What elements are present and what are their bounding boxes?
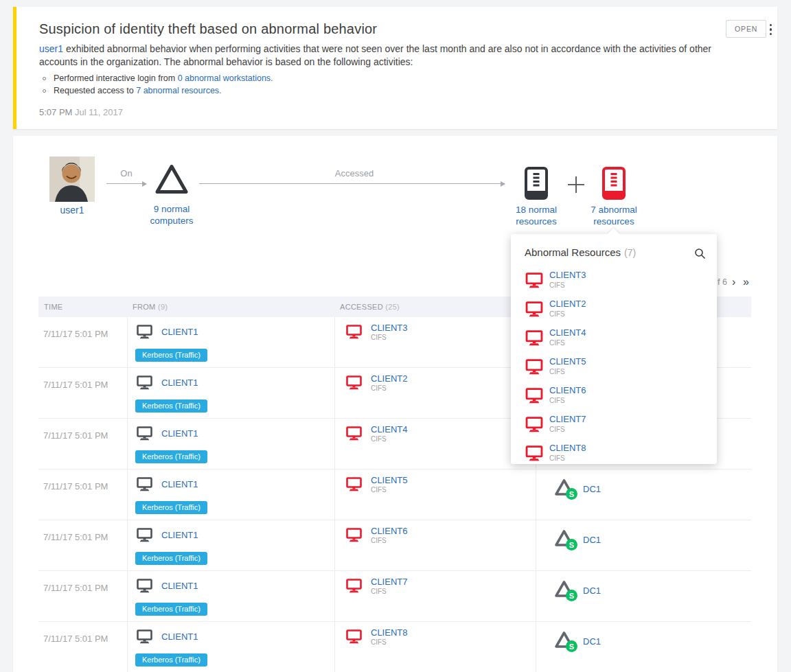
next-page-icon[interactable]: › xyxy=(732,277,735,287)
from-cell: CLIENT1 Kerberos (Traffic) xyxy=(127,520,334,570)
accessed-resource-link[interactable]: CLIENT2 xyxy=(371,373,407,384)
page-title: Suspicion of identity theft based on abn… xyxy=(39,21,377,37)
resource-type: CIFS xyxy=(549,454,565,462)
workstation-icon xyxy=(137,375,152,390)
accessed-cell: CLIENT5 CIFS xyxy=(334,470,536,520)
activity-item: Requested access to 7 abnormal resources… xyxy=(43,84,273,97)
table-row: 7/11/17 5:01 PM CLIENT1 Kerberos (Traffi… xyxy=(38,470,751,520)
accessed-resource-link[interactable]: CLIENT7 xyxy=(371,577,407,587)
from-computer-link[interactable]: CLIENT1 xyxy=(161,632,198,642)
svg-text:S: S xyxy=(569,642,574,651)
resource-type: CIFS xyxy=(549,310,565,318)
computers-triangle-icon xyxy=(154,163,189,195)
workstation-icon xyxy=(137,426,152,441)
user-node-label[interactable]: user1 xyxy=(36,205,108,216)
time-cell: 7/11/17 5:01 PM xyxy=(38,571,127,621)
abnormal-resource-icon xyxy=(346,528,362,542)
to-cell: S DC1 xyxy=(536,571,751,621)
on-arrow-label: On xyxy=(113,168,140,178)
abnormal-resource-icon xyxy=(525,417,543,432)
resource-link[interactable]: CLIENT7 xyxy=(549,414,586,424)
dc-link[interactable]: DC1 xyxy=(583,484,601,494)
domain-controller-icon: S xyxy=(554,630,579,653)
from-computer-link[interactable]: CLIENT1 xyxy=(161,428,198,439)
resource-type: CIFS xyxy=(549,281,565,289)
open-button[interactable]: OPEN xyxy=(726,20,766,38)
accessed-resource-type: CIFS xyxy=(371,334,387,341)
accessed-resource-link[interactable]: CLIENT5 xyxy=(371,475,407,485)
resource-link[interactable]: CLIENT4 xyxy=(549,327,586,338)
accessed-resource-link[interactable]: CLIENT3 xyxy=(371,323,407,333)
abnormal-resources-link[interactable]: 7 abnormal resources. xyxy=(136,86,221,95)
from-cell: CLIENT1 Kerberos (Traffic) xyxy=(127,368,334,418)
pagination-label: f 6 xyxy=(718,277,727,287)
bullet-icon xyxy=(43,77,46,80)
from-computer-link[interactable]: CLIENT1 xyxy=(161,479,198,489)
time-cell: 7/11/17 5:01 PM xyxy=(38,368,127,418)
activity-item: Performed interactive login from 0 abnor… xyxy=(43,72,273,84)
svg-text:S: S xyxy=(569,592,574,600)
workstation-icon xyxy=(137,325,152,339)
from-computer-link[interactable]: CLIENT1 xyxy=(161,327,198,337)
bullet-icon xyxy=(43,89,46,93)
normal-computers-link[interactable]: 9 normal computers xyxy=(144,203,199,227)
svg-text:S: S xyxy=(569,490,574,498)
accessed-resource-type: CIFS xyxy=(371,435,387,443)
list-item: CLIENT4 CIFS xyxy=(511,325,717,354)
dc-link[interactable]: DC1 xyxy=(583,636,601,647)
activity-text: Performed interactive login from xyxy=(54,73,178,83)
dc-link[interactable]: DC1 xyxy=(583,586,601,596)
accessed-resource-link[interactable]: CLIENT4 xyxy=(371,424,407,435)
from-computer-link[interactable]: CLIENT1 xyxy=(161,581,198,591)
table-row: 7/11/17 5:01 PM CLIENT1 Kerberos (Traffi… xyxy=(38,571,751,622)
popup-title: Abnormal Resources(7) xyxy=(525,246,636,258)
abnormal-resource-icon xyxy=(525,301,543,317)
from-cell: CLIENT1 Kerberos (Traffic) xyxy=(127,470,334,520)
resource-link[interactable]: CLIENT6 xyxy=(549,385,586,395)
popup-item-list[interactable]: CLIENT3 CIFS CLIENT2 CIFS CLIENT4 CIFS C… xyxy=(511,267,717,464)
popup-header: Abnormal Resources(7) xyxy=(511,234,717,267)
accessed-resource-link[interactable]: CLIENT8 xyxy=(371,627,407,638)
description-text: exhibited abnormal behavior when perform… xyxy=(39,43,711,67)
alert-description: user1 exhibited abnormal behavior when p… xyxy=(39,43,719,68)
accessed-resource-link[interactable]: CLIENT6 xyxy=(371,526,407,536)
activity-list: Performed interactive login from 0 abnor… xyxy=(43,72,273,97)
more-options-kebab-icon[interactable] xyxy=(766,22,776,37)
resource-link[interactable]: CLIENT5 xyxy=(549,356,586,367)
abnormal-resources-node-link[interactable]: 7 abnormal resources xyxy=(586,204,641,227)
from-computer-link[interactable]: CLIENT1 xyxy=(161,530,198,540)
search-icon[interactable] xyxy=(694,248,706,259)
abnormal-resource-icon xyxy=(346,375,362,390)
from-cell: CLIENT1 Kerberos (Traffic) xyxy=(127,317,334,367)
resource-type: CIFS xyxy=(549,426,565,433)
svg-text:S: S xyxy=(569,541,574,549)
dc-link[interactable]: DC1 xyxy=(583,535,601,545)
accessed-arrow-label: Accessed xyxy=(320,168,389,178)
resource-link[interactable]: CLIENT2 xyxy=(549,299,586,309)
domain-controller-icon: S xyxy=(554,529,579,551)
resource-link[interactable]: CLIENT8 xyxy=(549,443,586,453)
last-page-icon[interactable]: » xyxy=(743,277,749,287)
accessed-resource-type: CIFS xyxy=(371,384,387,392)
workstation-icon xyxy=(137,477,152,491)
alert-card: Suspicion of identity theft based on abn… xyxy=(13,7,777,129)
list-item: CLIENT7 CIFS xyxy=(511,411,717,440)
accessed-cell: CLIENT8 CIFS xyxy=(334,622,536,672)
protocol-badge: Kerberos (Traffic) xyxy=(135,501,207,514)
accessed-cell: CLIENT2 CIFS xyxy=(334,368,536,418)
abnormal-resource-icon xyxy=(525,445,543,461)
resource-link[interactable]: CLIENT3 xyxy=(549,270,586,280)
protocol-badge: Kerberos (Traffic) xyxy=(135,552,207,565)
abnormal-resources-popup: Abnormal Resources(7) CLIENT3 CIFS CLIEN… xyxy=(511,234,717,464)
normal-resources-icon xyxy=(525,167,548,200)
resource-type: CIFS xyxy=(549,339,565,347)
abnormal-workstations-link[interactable]: 0 abnormal workstations. xyxy=(178,73,273,83)
list-item: CLIENT6 CIFS xyxy=(511,382,717,411)
from-computer-link[interactable]: CLIENT1 xyxy=(161,378,198,388)
normal-resources-link[interactable]: 18 normal resources xyxy=(509,204,564,227)
abnormal-resource-icon xyxy=(346,629,362,644)
user-link[interactable]: user1 xyxy=(39,43,63,54)
col-header-from: FROM (9) xyxy=(127,297,334,317)
abnormal-resource-icon xyxy=(346,477,362,491)
protocol-badge: Kerberos (Traffic) xyxy=(135,653,207,667)
